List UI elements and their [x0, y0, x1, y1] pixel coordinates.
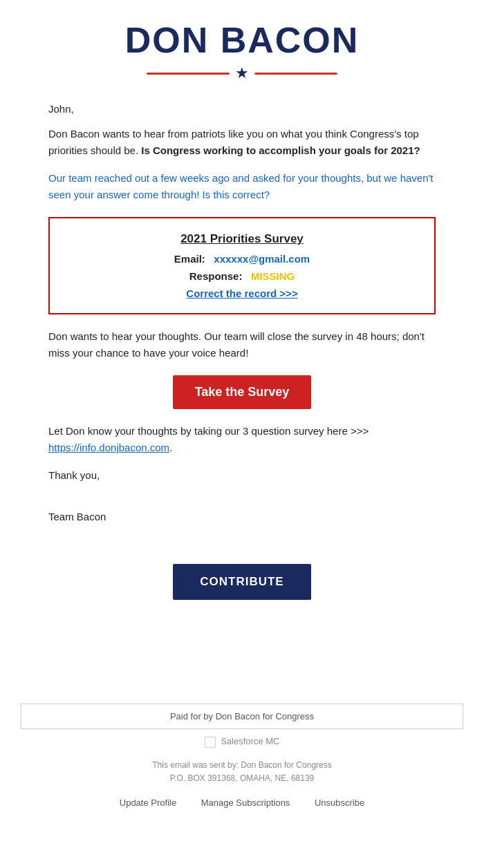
take-survey-button[interactable]: Take the Survey: [173, 375, 311, 409]
missing-badge: MISSING: [251, 270, 295, 282]
body-text-1b: Is Congress working to accomplish your g…: [141, 144, 420, 156]
body-paragraph-4: Let Don know your thoughts by taking our…: [48, 423, 436, 456]
header-line-left: [147, 73, 230, 75]
manage-subscriptions-link[interactable]: Manage Subscriptions: [201, 798, 290, 808]
body-paragraph-2: Our team reached out a few weeks ago and…: [48, 170, 436, 203]
unsubscribe-link[interactable]: Unsubscribe: [315, 798, 364, 808]
body-text-4b: .: [169, 442, 172, 453]
survey-title: 2021 Priorities Survey: [71, 232, 413, 246]
paid-for-text: Paid for by Don Bacon for Congress: [170, 711, 314, 721]
footer-links: Update Profile Manage Subscriptions Unsu…: [0, 789, 484, 822]
sent-by-value: Don Bacon for Congress: [241, 760, 331, 770]
contribute-button[interactable]: CONTRIBUTE: [173, 564, 311, 600]
salesforce-icon: [205, 737, 216, 748]
email-content: John, Don Bacon wants to hear from patri…: [0, 96, 484, 662]
update-profile-link[interactable]: Update Profile: [120, 798, 176, 808]
signature-text: Team Bacon: [48, 509, 436, 525]
header-star: ★: [235, 64, 249, 82]
header-decoration: ★: [14, 64, 470, 82]
survey-email-link[interactable]: xxxxxx@gmail.com: [214, 253, 310, 265]
body-paragraph-1: Don Bacon wants to hear from patriots li…: [48, 126, 436, 159]
survey-url-link[interactable]: https://info.donjbacon.com: [48, 442, 169, 453]
footer-salesforce: Salesforce MC: [0, 729, 484, 755]
survey-email-row: Email: xxxxxx@gmail.com: [71, 253, 413, 265]
email-label: Email:: [174, 253, 205, 265]
footer-paid-for: Paid for by Don Bacon for Congress: [21, 704, 463, 729]
response-label: Response:: [189, 270, 243, 282]
greeting-text: John,: [48, 103, 436, 115]
body-paragraph-3: Don wants to hear your thoughts. Our tea…: [48, 328, 436, 361]
footer-separator-2: [300, 798, 305, 808]
header-line-right: [254, 73, 337, 75]
email-header: DON BACON ★: [0, 0, 484, 96]
footer-separator-1: [186, 798, 191, 808]
footer-address: This email was sent by: Don Bacon for Co…: [0, 755, 484, 789]
thank-you-text: Thank you,: [48, 467, 436, 484]
salesforce-text: Salesforce MC: [221, 736, 279, 746]
sent-by-label: This email was sent by:: [152, 760, 239, 770]
candidate-name: DON BACON: [14, 21, 470, 60]
survey-box: 2021 Priorities Survey Email: xxxxxx@gma…: [48, 217, 436, 314]
survey-response-row: Response: MISSING: [71, 270, 413, 282]
correct-record-link[interactable]: Correct the record >>>: [71, 287, 413, 299]
body-text-4a: Let Don know your thoughts by taking our…: [48, 425, 369, 437]
footer-address-text: P.O. BOX 391368, OMAHA, NE, 68139: [170, 773, 315, 783]
